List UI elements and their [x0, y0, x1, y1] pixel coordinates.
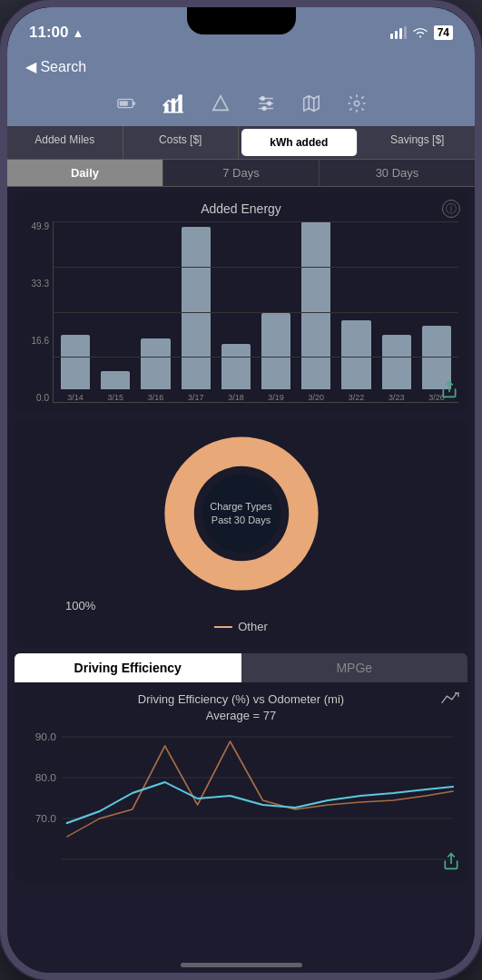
svg-rect-0: [390, 34, 393, 39]
efficiency-chart-section: Driving Efficiency (%) vs Odometer (mi) …: [15, 682, 467, 882]
battery-level: 74: [434, 25, 453, 40]
bar-chart-section: Added Energy ⓘ 0.0 16.6 33.3 49.9 3/14 3…: [15, 192, 467, 412]
time-daily[interactable]: Daily: [7, 160, 163, 186]
donut-legend-label: Other: [238, 620, 268, 633]
bar: [141, 338, 170, 389]
metric-kwh[interactable]: kWh added: [241, 129, 358, 156]
bar-x-label: 3/22: [349, 393, 365, 402]
efficiency-chart-title: Driving Efficiency (%) vs Odometer (mi) …: [24, 691, 458, 724]
svg-rect-3: [404, 26, 407, 39]
y-label-3: 49.9: [24, 221, 49, 231]
wifi-icon: [412, 26, 428, 39]
metric-costs[interactable]: Costs [$]: [123, 126, 240, 159]
eff-tab-driving[interactable]: Driving Efficiency: [15, 653, 241, 682]
bar: [221, 344, 251, 389]
metric-segment-control: Added Miles Costs [$] kWh added Savings …: [7, 126, 475, 160]
donut-legend: Other: [214, 620, 268, 633]
tab-battery-icon[interactable]: [116, 93, 136, 113]
bar: [101, 371, 130, 389]
bar-column: 3/16: [137, 221, 173, 402]
time-7days[interactable]: 7 Days: [163, 160, 320, 186]
donut-title: Charge Types Past 30 Days: [210, 500, 271, 528]
bar-x-label: 3/14: [67, 393, 84, 402]
phone-frame: 11:00 ▲ 74: [0, 0, 482, 980]
svg-marker-17: [303, 96, 319, 112]
metric-savings[interactable]: Savings [$]: [360, 126, 476, 159]
bar-column: 3/26: [418, 221, 455, 402]
y-label-1: 16.6: [24, 336, 49, 346]
bar: [182, 227, 211, 389]
bar: [301, 221, 330, 389]
back-label: ◀ Search: [25, 58, 86, 75]
main-content: Added Miles Costs [$] kWh added Savings …: [7, 126, 475, 957]
bar-column: 3/14: [57, 221, 93, 402]
y-label-0: 0.0: [24, 393, 49, 403]
phone-inner: 11:00 ▲ 74: [7, 7, 475, 973]
svg-rect-6: [119, 101, 127, 106]
y-axis: 0.0 16.6 33.3 49.9: [24, 221, 53, 403]
line-chart-svg: 90.0 80.0 70.0: [24, 728, 458, 873]
bar-x-label: 3/15: [108, 393, 124, 402]
bar-x-label: 3/16: [148, 393, 164, 402]
donut-percentage: 100%: [65, 599, 95, 612]
location-arrow-icon: ▲: [72, 26, 84, 40]
bar-chart: 0.0 16.6 33.3 49.9 3/14 3/15 3/16 3/17: [24, 221, 458, 403]
line-chart-icon[interactable]: [440, 690, 460, 710]
svg-text:70.0: 70.0: [35, 814, 56, 824]
time-label: 11:00: [29, 24, 68, 42]
bar-x-label: 3/23: [389, 393, 405, 402]
bars-area: 3/14 3/15 3/16 3/17 3/18 3/19 3/20 3/22 …: [53, 221, 458, 403]
nav-header: ◀ Search: [7, 53, 475, 84]
battery-indicator: 74: [434, 25, 453, 40]
line-chart: 90.0 80.0 70.0: [24, 728, 458, 873]
donut-section: Charge Types Past 30 Days 100% Other: [15, 417, 467, 648]
efficiency-share-button[interactable]: [442, 852, 460, 875]
signal-icon: [390, 26, 407, 39]
bar: [341, 320, 370, 389]
bar-column: 3/20: [298, 221, 334, 402]
notch: [187, 7, 296, 34]
tab-map-icon[interactable]: [301, 93, 321, 113]
donut-center-text: Charge Types Past 30 Days: [210, 500, 271, 528]
svg-text:80.0: 80.0: [35, 773, 56, 783]
y-label-2: 33.3: [24, 279, 49, 289]
tab-triangle-icon[interactable]: [211, 93, 231, 113]
bar-column: 3/22: [338, 221, 374, 402]
bar: [382, 335, 411, 389]
time-segment-control: Daily 7 Days 30 Days: [7, 160, 475, 187]
status-time: 11:00 ▲: [29, 24, 84, 42]
time-30days[interactable]: 30 Days: [320, 160, 475, 186]
bar-column: 3/19: [258, 221, 294, 402]
tab-sliders-icon[interactable]: [256, 93, 276, 113]
status-icons: 74: [390, 25, 453, 40]
bar: [61, 335, 90, 389]
metric-added-miles[interactable]: Added Miles: [7, 126, 123, 159]
bar-column: 3/15: [97, 221, 133, 402]
svg-rect-2: [399, 28, 402, 39]
bar: [261, 313, 290, 389]
bar-x-label: 3/17: [188, 393, 204, 402]
donut-legend-row: 100% Other: [29, 595, 453, 633]
chart-share-button[interactable]: [440, 380, 458, 403]
home-indicator: [181, 963, 302, 967]
svg-point-20: [354, 101, 359, 106]
tab-barchart-icon[interactable]: [162, 92, 185, 115]
eff-tab-mpge[interactable]: MPGe: [241, 653, 468, 682]
donut-chart: Charge Types Past 30 Days: [160, 432, 323, 595]
bar-column: 3/23: [379, 221, 415, 402]
tab-gear-icon[interactable]: [347, 93, 367, 113]
chart-info-button[interactable]: ⓘ: [442, 200, 460, 218]
bar-x-label: 3/20: [309, 393, 325, 402]
bar-column: 3/18: [218, 221, 254, 402]
svg-rect-5: [133, 102, 135, 105]
bar-x-label: 3/19: [268, 393, 284, 402]
svg-point-14: [261, 97, 264, 101]
svg-point-16: [262, 107, 266, 111]
efficiency-tabs: Driving Efficiency MPGe: [15, 653, 467, 682]
bar-column: 3/17: [178, 221, 214, 402]
back-search-button[interactable]: ◀ Search: [25, 58, 86, 75]
tab-icons-row: [7, 84, 475, 126]
chart-title: Added Energy: [24, 201, 458, 216]
svg-point-15: [267, 102, 271, 105]
svg-rect-8: [171, 99, 174, 113]
